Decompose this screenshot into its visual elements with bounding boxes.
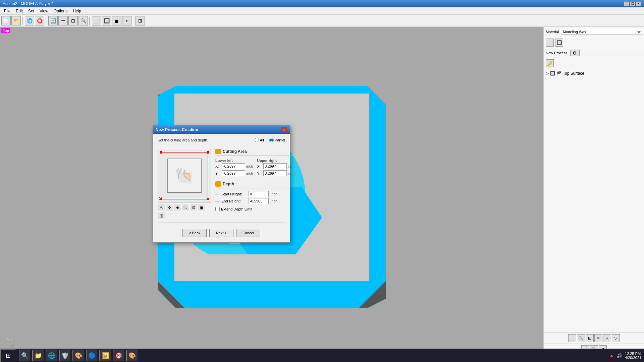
upper-right-label: Upper right [257, 159, 294, 163]
upper-right-x-unit: inch [288, 164, 294, 168]
titlebar-title: Assem2 - MODELA Player 4 [3, 1, 53, 6]
cutting-area-header: Cutting Area [215, 149, 294, 156]
tool-fit[interactable]: ⊡ [190, 204, 197, 211]
new-process-dialog: New Process Creation ✕ Set the cutting a… [153, 125, 290, 243]
menu-edit[interactable]: Edit [13, 8, 25, 14]
taskbar-icon-2[interactable]: 📁 [32, 350, 44, 362]
right-panel-bottom: ⬜ 🔍 ⊡ ✕ △ ▽ [544, 333, 644, 344]
toolbar-3d2[interactable]: ◼ [112, 16, 121, 25]
end-height-unit: inch [271, 199, 277, 203]
menu-file[interactable]: File [1, 8, 13, 14]
taskbar-icon-4[interactable]: 🛡️ [59, 350, 71, 362]
tree-item-label: Top Surface [563, 71, 584, 76]
upper-right-x-input[interactable] [263, 163, 287, 169]
close-button[interactable]: ✕ [636, 1, 641, 6]
menu-view[interactable]: View [37, 8, 51, 14]
taskbar-icon-5[interactable]: 🎨 [72, 350, 85, 362]
taskbar-clock: 12:25 PM 4/20/2021 [625, 352, 641, 360]
minimize-button[interactable]: — [624, 1, 629, 6]
main-area: Top Y ↑ → X [0, 27, 644, 355]
rp-btn-3[interactable]: ⊡ [586, 334, 594, 342]
cutting-area-icon [215, 149, 221, 154]
upper-right-y-input[interactable] [263, 170, 287, 176]
preview-handle-tr[interactable] [207, 151, 209, 154]
preview-handle-br[interactable] [207, 198, 209, 200]
start-height-input[interactable] [249, 191, 269, 197]
lower-left-x-unit: inch [246, 164, 253, 168]
rp-btn-6[interactable]: ▽ [612, 334, 620, 342]
restore-button[interactable]: ☐ [630, 1, 635, 6]
upper-right-col: Upper right X: inch Y: [257, 159, 294, 177]
taskbar: ⊞ 🔍 📁 🌐 🛡️ 🎨 🔵 🖼️ 🎯 🎨 🔺 🔊 12:25 PM 4/20/… [0, 349, 644, 362]
taskbar-icon-1[interactable]: 🔍 [19, 350, 31, 362]
toolbar-circle[interactable]: ⭕ [35, 16, 44, 25]
toolbar-grid[interactable]: ⊞ [136, 16, 145, 25]
toolbar-globe[interactable]: 🌐 [25, 16, 34, 25]
process-icon-row: 🔑 [544, 58, 644, 69]
toolbar-cube[interactable]: ⬜ [92, 16, 101, 25]
new-process-button[interactable]: ⚙ [570, 50, 580, 56]
radio-all-label[interactable]: All [255, 138, 264, 142]
lower-left-x-input[interactable] [222, 163, 245, 169]
next-button[interactable]: Next > [209, 229, 233, 237]
upper-right-x-row: X: inch [257, 163, 294, 169]
radio-partial-label[interactable]: Partial [269, 138, 285, 142]
material-select[interactable]: Modeling Wax [561, 29, 642, 35]
extend-depth-checkbox[interactable] [215, 207, 220, 211]
toolbar-sep1 [22, 17, 23, 25]
preview-handle-tl[interactable] [160, 151, 162, 154]
taskbar-icon-9[interactable]: 🎨 [126, 350, 138, 362]
process-icon-btn[interactable]: 🔑 [546, 59, 554, 67]
tool-zoom-in[interactable]: 🔍 [182, 204, 189, 211]
rp-btn-2[interactable]: 🔍 [577, 334, 585, 342]
rp-btn-1[interactable]: ⬜ [568, 334, 576, 342]
taskbar-icon-8[interactable]: 🎯 [113, 350, 125, 362]
taskbar-icon-7[interactable]: 🖼️ [99, 350, 111, 362]
tool-move[interactable]: ⊕ [174, 204, 181, 211]
toolbar-3d3[interactable]: ▪ [122, 16, 131, 25]
toolbar-open[interactable]: 📂 [11, 16, 21, 25]
toolbar-move[interactable]: ✛ [58, 16, 68, 25]
rp-btn-4[interactable]: ✕ [594, 334, 602, 342]
start-button[interactable]: ⊞ [0, 349, 16, 362]
dialog-titlebar: New Process Creation ✕ [153, 126, 290, 134]
dialog-close-button[interactable]: ✕ [281, 127, 287, 132]
preview-red-border: 🐚 [161, 152, 208, 199]
depth-line-start [215, 194, 219, 194]
tool-pan[interactable]: ✛ [166, 204, 173, 211]
menu-help[interactable]: Help [70, 8, 84, 14]
toolbar-sep4 [133, 17, 134, 25]
end-height-input[interactable] [249, 198, 269, 204]
menu-options[interactable]: Options [51, 8, 70, 14]
taskbar-icon-6[interactable]: 🔵 [86, 350, 98, 362]
rp-btn-5[interactable]: △ [603, 334, 611, 342]
panel-icon-1[interactable]: ⬜ [546, 39, 554, 47]
radio-partial[interactable] [269, 138, 274, 142]
cancel-button[interactable]: Cancel [236, 229, 260, 237]
toolbar-new[interactable]: 📄 [1, 16, 11, 25]
end-height-row: End Height: inch [215, 198, 294, 204]
tool-frame1[interactable]: ▣ [198, 204, 205, 211]
taskbar-icons: 🔍 📁 🌐 🛡️ 🎨 🔵 🖼️ 🎯 🎨 [16, 350, 141, 362]
back-button[interactable]: < Back [182, 229, 207, 237]
preview-box: 🐚 ✕ [158, 149, 211, 202]
tool-frame2[interactable]: ◫ [158, 212, 165, 219]
toolbar-refresh[interactable]: 🔄 [48, 16, 58, 25]
tree-expand-icon[interactable]: ▷ [546, 71, 549, 76]
menu-set[interactable]: Set [25, 8, 37, 14]
sys-icons: 🔺 🔊 [609, 353, 622, 358]
menubar: File Edit Set View Options Help [0, 7, 644, 15]
dialog-body: Set the cutting area and depth. All Part… [153, 134, 290, 242]
panel-icon-2[interactable]: 🔲 [555, 39, 563, 47]
dialog-instruction: Set the cutting area and depth. [158, 138, 208, 142]
toolbar-3d1[interactable]: 🔲 [102, 16, 111, 25]
upper-right-y-row: Y: inch [257, 170, 294, 176]
lower-left-y-input[interactable] [222, 170, 245, 176]
start-height-unit: inch [271, 192, 277, 196]
taskbar-icon-3[interactable]: 🌐 [46, 350, 58, 362]
toolbar-zoom[interactable]: 🔍 [78, 16, 88, 25]
radio-all[interactable] [255, 138, 259, 142]
lower-left-y-unit: inch [246, 171, 253, 175]
tool-select[interactable]: ↖ [158, 204, 165, 211]
toolbar-scale[interactable]: ⊞ [68, 16, 78, 25]
